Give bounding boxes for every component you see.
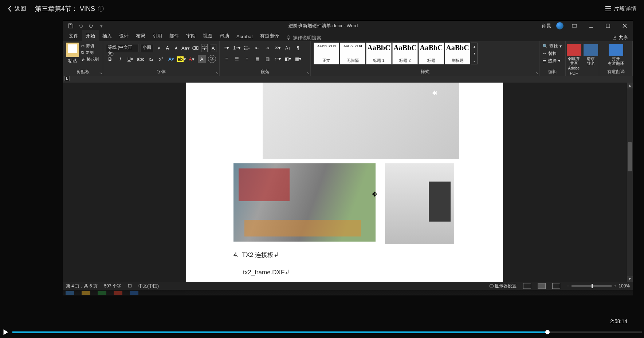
replace-button[interactable]: ↔ 替换 xyxy=(542,50,562,57)
taskbar-item[interactable] xyxy=(66,291,74,295)
back-button[interactable]: 返回 xyxy=(7,5,26,13)
play-button[interactable] xyxy=(1,327,11,337)
redo-icon[interactable] xyxy=(88,23,94,29)
vertical-scrollbar[interactable]: ▲ ▼ xyxy=(627,83,633,282)
style-subtitle[interactable]: AaBbC副标题 xyxy=(445,43,470,64)
asian-layout-icon[interactable]: ✕▾ xyxy=(274,44,282,52)
dialog-launcher-icon[interactable]: ↘ xyxy=(307,71,310,75)
justify-icon[interactable]: ▤ xyxy=(253,55,261,63)
shrink-font-icon[interactable]: A xyxy=(173,44,180,52)
view-read-icon[interactable] xyxy=(523,283,531,289)
style-heading1[interactable]: AaBbC标题 1 xyxy=(366,43,392,64)
ribbon-display-icon[interactable] xyxy=(569,21,580,30)
char-shading-icon[interactable]: A xyxy=(198,55,206,63)
zoom-control[interactable]: − + 100% xyxy=(567,283,630,289)
styles-more-icon[interactable]: ▴▾⌄ xyxy=(471,43,478,64)
decrease-indent-icon[interactable]: ⇤ xyxy=(253,44,261,52)
display-settings[interactable]: 🖵 显示器设置 xyxy=(489,283,517,289)
enclose-char-icon[interactable]: 字 xyxy=(208,55,216,63)
scroll-thumb[interactable] xyxy=(628,142,632,171)
change-case-icon[interactable]: Aa▾ xyxy=(181,44,189,52)
bullets-icon[interactable]: ≡▾ xyxy=(223,44,231,52)
font-name-select[interactable]: 等线 (中文正文) xyxy=(106,44,138,52)
char-border-icon[interactable]: A xyxy=(210,44,216,52)
status-lang[interactable]: 中文(中国) xyxy=(138,283,159,289)
taskbar-item[interactable] xyxy=(82,291,90,295)
increase-indent-icon[interactable]: ⇥ xyxy=(263,44,271,52)
qat-more-icon[interactable]: ▾ xyxy=(98,23,105,29)
tabstop-selector-icon[interactable]: L xyxy=(64,76,70,81)
view-print-icon[interactable] xyxy=(538,283,546,289)
tab-home[interactable]: 开始 xyxy=(82,30,99,41)
scroll-down-icon[interactable]: ▼ xyxy=(627,276,633,282)
zoom-value[interactable]: 100% xyxy=(619,283,630,289)
style-nospacing[interactable]: AaBbCcDd无间隔 xyxy=(340,43,365,64)
underline-icon[interactable]: U▾ xyxy=(126,55,134,63)
font-color-icon[interactable]: A▾ xyxy=(188,55,196,63)
distributed-icon[interactable]: ▥ xyxy=(263,55,271,63)
style-title[interactable]: AaBbC标题 xyxy=(419,43,444,64)
detail-button[interactable]: 片段详情 xyxy=(605,5,637,13)
status-page[interactable]: 第 4 页，共 6 页 xyxy=(66,283,98,289)
tab-file[interactable]: 文件 xyxy=(65,31,82,41)
sort-icon[interactable]: A↓ xyxy=(284,44,292,52)
tab-mailings[interactable]: 邮件 xyxy=(166,31,182,41)
document-area[interactable]: 4. TX2 连接板↲ tx2_frame.DXF↲ ✥ xyxy=(63,83,626,282)
strike-icon[interactable]: abc xyxy=(137,55,145,63)
clear-format-icon[interactable]: ⌫ xyxy=(192,44,199,52)
embedded-image[interactable] xyxy=(263,83,459,159)
format-painter-button[interactable]: 🖌 格式刷 xyxy=(81,56,99,62)
ruler[interactable]: L xyxy=(63,76,633,83)
borders-icon[interactable]: ▦▾ xyxy=(294,55,302,63)
taskbar-item[interactable] xyxy=(114,291,122,295)
superscript-icon[interactable]: x² xyxy=(157,55,165,63)
line-spacing-icon[interactable]: ↕≡▾ xyxy=(274,55,282,63)
text-effects-icon[interactable]: A▾ xyxy=(167,55,175,63)
tab-help[interactable]: 帮助 xyxy=(216,31,233,41)
info-icon[interactable]: i xyxy=(98,6,104,12)
align-center-icon[interactable]: ☰ xyxy=(233,55,241,63)
maximize-icon[interactable] xyxy=(602,21,614,30)
save-icon[interactable] xyxy=(67,23,74,29)
copy-button[interactable]: ⧉ 复制 xyxy=(81,50,99,55)
numbering-icon[interactable]: 1≡▾ xyxy=(233,44,241,52)
avatar[interactable] xyxy=(556,22,564,29)
align-left-icon[interactable]: ≡ xyxy=(223,55,231,63)
tab-references[interactable]: 引用 xyxy=(149,31,166,41)
open-translate-button[interactable]: 打开有道翻译 xyxy=(608,43,624,66)
status-words[interactable]: 597 个字 xyxy=(104,283,121,289)
progress-bar[interactable] xyxy=(12,331,642,333)
dialog-launcher-icon[interactable]: ↘ xyxy=(216,71,219,75)
close-icon[interactable] xyxy=(619,21,631,30)
tab-view[interactable]: 视图 xyxy=(199,31,216,41)
share-button[interactable]: 共享 xyxy=(612,35,628,41)
document-text[interactable]: tx2_frame.DXF↲ xyxy=(243,269,503,276)
italic-icon[interactable]: I xyxy=(116,55,124,63)
highlight-icon[interactable]: ab▾ xyxy=(177,55,185,63)
view-web-icon[interactable] xyxy=(552,283,560,289)
bold-icon[interactable]: B xyxy=(106,55,114,63)
chevron-down-icon[interactable]: ▾ xyxy=(156,44,162,52)
subscript-icon[interactable]: x₂ xyxy=(147,55,155,63)
font-size-select[interactable]: 小四 xyxy=(141,44,153,52)
tab-layout[interactable]: 布局 xyxy=(132,31,149,41)
phonetic-icon[interactable]: 字 xyxy=(201,44,208,52)
select-button[interactable]: ☰ 选择 ▾ xyxy=(542,57,562,64)
minimize-icon[interactable] xyxy=(585,21,597,30)
tab-design[interactable]: 设计 xyxy=(115,31,132,41)
tab-translate[interactable]: 有道翻译 xyxy=(256,31,283,41)
zoom-out-icon[interactable]: − xyxy=(567,283,569,289)
embedded-image[interactable] xyxy=(385,163,454,244)
document-text[interactable]: 4. TX2 连接板↲ xyxy=(233,251,503,259)
tab-acrobat[interactable]: Acrobat xyxy=(233,32,256,41)
style-heading2[interactable]: AaBbC标题 2 xyxy=(392,43,418,64)
undo-icon[interactable] xyxy=(78,23,84,29)
style-normal[interactable]: AaBbCcDd正文 xyxy=(314,43,339,64)
find-button[interactable]: 🔍 查找 ▾ xyxy=(542,43,562,50)
status-ime-icon[interactable]: ☐ xyxy=(128,283,132,289)
taskbar-item[interactable] xyxy=(130,291,138,295)
dialog-launcher-icon[interactable]: ↘ xyxy=(99,71,102,75)
paste-button[interactable]: 粘贴 xyxy=(66,43,79,64)
taskbar-item[interactable] xyxy=(98,291,106,295)
tab-review[interactable]: 审阅 xyxy=(182,31,199,41)
